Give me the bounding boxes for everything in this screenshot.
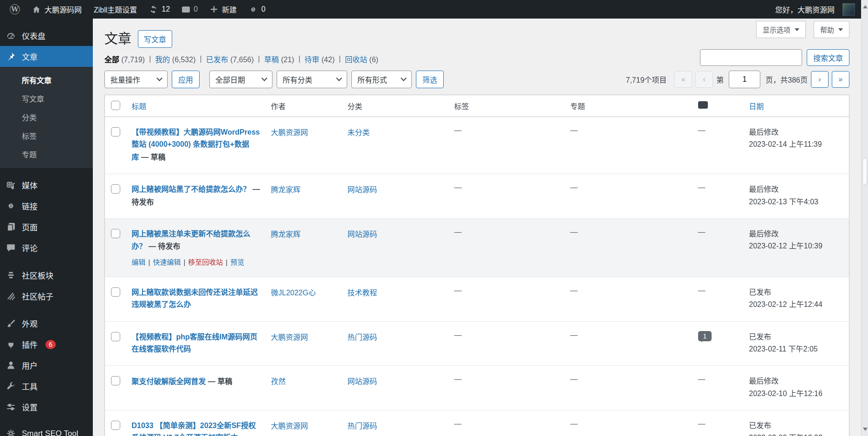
row-checkbox[interactable]	[111, 421, 120, 430]
category-link[interactable]: 热门源码	[348, 333, 377, 341]
date-value: 2023-02-12 上午10:39	[749, 240, 845, 252]
sidebar-subitem[interactable]: 分类	[0, 108, 93, 126]
scroll-down-arrow-icon[interactable]	[863, 428, 868, 433]
view-filter-link[interactable]: 已发布 (7,656)	[206, 56, 254, 64]
sidebar-item-pages[interactable]: 页面	[0, 216, 93, 237]
current-page-input[interactable]	[729, 71, 760, 88]
scroll-up-arrow-icon[interactable]	[863, 3, 868, 8]
select-all-checkbox[interactable]	[111, 101, 120, 110]
view-filter-link[interactable]: 我的 (6,532)	[155, 56, 195, 64]
my-account-link[interactable]: 您好，大鹏资源网	[769, 0, 861, 19]
row-action-link[interactable]: 移至回收站	[188, 258, 223, 266]
sidebar-subitem[interactable]: 所有文章	[0, 71, 93, 89]
apply-button[interactable]: 应用	[172, 71, 200, 88]
comment-count-bubble[interactable]: 1	[698, 331, 712, 341]
update-icon	[149, 5, 158, 14]
action-separator: |	[183, 258, 185, 266]
comments-value: —	[698, 183, 706, 191]
category-link[interactable]: 网站源码	[348, 186, 377, 194]
sidebar-item-appearance[interactable]: 外观	[0, 313, 93, 334]
sidebar-item-settings[interactable]: 设置	[0, 397, 93, 417]
author-link[interactable]: 腾龙家辉	[271, 230, 301, 238]
last-page-button[interactable]: »	[832, 71, 849, 88]
sidebar-item-posts[interactable]: 文章	[0, 46, 93, 67]
comments-link[interactable]: 0	[176, 0, 204, 19]
avatar	[842, 3, 855, 16]
date-status: 最后修改	[749, 375, 845, 387]
add-new-post-button[interactable]: 写文章	[138, 30, 172, 48]
sidebar-item-plugins[interactable]: 插件6	[0, 334, 93, 355]
category-link[interactable]: 网站源码	[348, 230, 377, 238]
sidebar-item-label: 媒体	[22, 179, 38, 191]
previous-page-button[interactable]: ‹	[695, 71, 713, 88]
first-page-button[interactable]: «	[674, 71, 692, 88]
author-link[interactable]: 大鹏资源网	[271, 129, 308, 137]
row-action-link[interactable]: 快速编辑	[153, 258, 181, 266]
vertical-scrollbar[interactable]	[861, 0, 868, 436]
view-filter-link[interactable]: 待审 (42)	[304, 56, 335, 64]
action-separator: |	[226, 258, 227, 266]
post-title-link[interactable]: 网上赌被网站黑了不给提款怎么办？	[132, 185, 251, 193]
author-link[interactable]: 腾龙家辉	[271, 186, 301, 194]
sidebar-item-tools[interactable]: 工具	[0, 376, 93, 397]
view-filter-link[interactable]: 全部 (7,719)	[104, 56, 145, 64]
updates-link[interactable]: 12	[143, 0, 176, 19]
author-link[interactable]: 孜然	[271, 377, 286, 385]
filter-button[interactable]: 筛选	[416, 71, 444, 88]
category-link[interactable]: 热门源码	[348, 422, 377, 430]
row-checkbox[interactable]	[111, 184, 120, 194]
new-content-link[interactable]: 新建	[204, 0, 243, 19]
row-action-link[interactable]: 编辑	[132, 258, 146, 266]
sidebar-item-smart-seo-tool[interactable]: Smart SEO Tool	[0, 424, 93, 436]
sidebar-item-community-posts[interactable]: 社区帖子	[0, 286, 93, 306]
chain-link-icon	[249, 5, 258, 14]
sidebar-subitem[interactable]: 写文章	[0, 89, 93, 108]
row-action-link[interactable]: 预览	[230, 258, 244, 266]
sidebar-item-community-sections[interactable]: 社区板块	[0, 265, 93, 286]
post-title-link[interactable]: 聚支付破解版全网首发	[132, 377, 206, 385]
scrollbar-thumb[interactable]	[862, 158, 867, 185]
wordpress-menu[interactable]: W	[4, 0, 26, 19]
row-checkbox[interactable]	[111, 376, 120, 385]
post-title-link[interactable]: 网上赌取款说数据未回传还说注单延迟违规被黑了怎么办	[132, 288, 258, 308]
sidebar-item-links[interactable]: 链接	[0, 195, 93, 216]
search-input[interactable]	[700, 49, 802, 66]
view-separator: |	[200, 55, 202, 63]
category-link[interactable]: 网站源码	[348, 377, 377, 385]
format-filter-select[interactable]: 所有形式	[351, 71, 412, 88]
search-posts-button[interactable]: 搜索文章	[807, 49, 849, 66]
row-checkbox[interactable]	[111, 127, 120, 137]
sidebar-subitem[interactable]: 专题	[0, 145, 93, 163]
sidebar-item-users[interactable]: 用户	[0, 355, 93, 376]
column-header-date[interactable]: 日期	[745, 95, 849, 117]
row-checkbox[interactable]	[111, 229, 120, 238]
date-status: 已发布	[749, 331, 845, 343]
category-link[interactable]: 未分类	[348, 129, 370, 137]
author-link[interactable]: 大鹏资源网	[271, 422, 308, 430]
row-checkbox[interactable]	[111, 332, 120, 341]
category-filter-select[interactable]: 所有分类	[277, 71, 347, 88]
category-link[interactable]: 技术教程	[348, 289, 377, 297]
view-filter-link[interactable]: 草稿 (21)	[264, 56, 294, 64]
post-title-link[interactable]: D1033 【简单亲测】2023全新SF授权系统源码 V3.7全开源无加密版本	[132, 422, 256, 436]
permalinks-link[interactable]: 0	[243, 0, 272, 19]
sidebar-item-comments[interactable]: 评论	[0, 237, 93, 258]
sidebar-item-media[interactable]: 媒体	[0, 175, 93, 195]
column-header-title[interactable]: 标题	[127, 95, 266, 117]
post-title-link[interactable]: 【视频教程】php客服在线IM源码网页在线客服软件代码	[132, 333, 258, 353]
zibll-theme-settings-link[interactable]: Zibll主题设置	[88, 0, 143, 19]
sidebar-item-dashboard[interactable]: 仪表盘	[0, 25, 93, 46]
author-link[interactable]: 微JL2022G心	[271, 289, 316, 297]
help-button[interactable]: 帮助	[814, 21, 849, 38]
date-value: 2023-02-12 上午12:44	[749, 299, 845, 311]
view-filter-link[interactable]: 回收站 (6)	[345, 56, 378, 64]
author-link[interactable]: 大鹏资源网	[271, 333, 308, 341]
next-page-button[interactable]: ›	[811, 71, 829, 88]
sidebar-item-label: 社区帖子	[22, 290, 53, 302]
bulk-action-select[interactable]: 批量操作	[104, 71, 168, 88]
date-filter-select[interactable]: 全部日期	[209, 71, 272, 88]
site-link[interactable]: 大鹏源码网	[26, 0, 88, 19]
screen-options-button[interactable]: 显示选项	[756, 21, 806, 38]
row-checkbox[interactable]	[111, 287, 120, 297]
sidebar-subitem[interactable]: 标签	[0, 126, 93, 145]
